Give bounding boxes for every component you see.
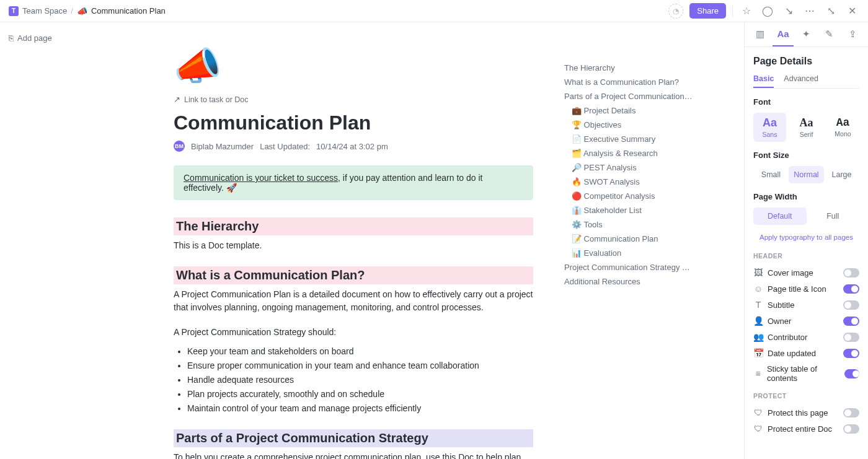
heading-parts[interactable]: Parts of a Project Communication Strateg… (174, 429, 533, 447)
toggle-switch[interactable] (843, 300, 859, 310)
toc-item[interactable]: Project Communication Strategy Tips! (564, 260, 694, 274)
close-icon[interactable]: ✕ (844, 4, 859, 19)
toc-item[interactable]: Parts of a Project Communication Str… (564, 89, 694, 103)
body-text[interactable]: To help you create a comprehensive proje… (174, 451, 533, 459)
list-item[interactable]: Maintain control of your team and manage… (187, 401, 533, 416)
star-icon[interactable]: ☆ (739, 4, 754, 19)
size-large-button[interactable]: Large (824, 166, 859, 183)
panel-tab-export-icon[interactable]: ⇪ (843, 23, 863, 46)
body-text[interactable]: A Project Communication Plan is a detail… (174, 288, 533, 315)
size-normal-button[interactable]: Normal (789, 166, 824, 183)
toggle-label: Date updated (768, 349, 816, 358)
toc-item[interactable]: 🔥 SWOT Analysis (564, 175, 694, 189)
panel-tab-magic-icon[interactable]: ✎ (819, 23, 839, 46)
size-small-button[interactable]: Small (753, 166, 789, 183)
bullet-list[interactable]: Keep your team and stakeholders on board… (174, 344, 533, 416)
width-full-button[interactable]: Full (807, 208, 860, 225)
toc-item[interactable]: 📄 Executive Summary (564, 132, 694, 146)
add-page-button[interactable]: ⎘ Add page (9, 33, 103, 43)
comment-icon[interactable]: ◯ (760, 4, 775, 19)
divider (732, 6, 733, 17)
toc-item[interactable]: What is a Communication Plan? (564, 75, 694, 89)
megaphone-icon: 📣 (77, 6, 87, 16)
toggle-switch[interactable] (844, 369, 859, 378)
toggle-switch[interactable] (843, 268, 859, 278)
toggle-switch[interactable] (843, 333, 859, 342)
page-width-label: Page Width (753, 192, 859, 201)
toggle-icon: 👤 (753, 316, 763, 326)
font-label: Font (753, 97, 859, 107)
heading-hierarchy[interactable]: The Hierarchy (174, 217, 533, 235)
toc-item[interactable]: 🏆 Objectives (564, 118, 694, 132)
apply-typography-link[interactable]: Apply typography to all pages (753, 234, 859, 241)
toggle-switch[interactable] (843, 349, 859, 358)
table-of-contents: The HierarchyWhat is a Communication Pla… (564, 61, 694, 289)
link-icon: ↗ (174, 95, 180, 104)
width-default-button[interactable]: Default (753, 208, 807, 225)
toggle-row: 🛡Protect entire Doc (753, 421, 859, 437)
breadcrumb-sep: / (71, 6, 73, 15)
toggle-switch[interactable] (843, 408, 859, 417)
callout-box[interactable]: Communication is your ticket to success,… (174, 165, 533, 200)
heading-what-is[interactable]: What is a Communication Plan? (174, 266, 533, 284)
more-icon[interactable]: ⋯ (802, 4, 817, 19)
toggle-icon: ☺ (753, 284, 763, 294)
toggle-label: Protect entire Doc (768, 424, 832, 434)
author-avatar[interactable]: BM (174, 141, 185, 152)
status-circle-icon[interactable]: ◔ (668, 4, 683, 19)
doc-body[interactable]: The Hierarchy This is a Doc template. Wh… (174, 217, 533, 459)
toc-item[interactable]: 📊 Evaluation (564, 246, 694, 260)
collapse-icon[interactable]: ⤡ (823, 4, 838, 19)
font-sans-button[interactable]: AaSans (753, 113, 786, 142)
toggle-switch[interactable] (843, 424, 859, 434)
toc-item[interactable]: 🔎 PEST Analysis (564, 160, 694, 175)
toggle-label: Cover image (768, 268, 813, 278)
toc-item[interactable]: 👔 Stakeholder List (564, 203, 694, 217)
toc-item[interactable]: 🔴 Competitor Analysis (564, 189, 694, 203)
add-page-icon: ⎘ (9, 33, 14, 43)
toggle-icon: 📅 (753, 348, 763, 358)
toggle-icon: ≡ (753, 369, 763, 378)
list-item[interactable]: Plan projects accurately, smoothly and o… (187, 387, 533, 401)
space-badge-icon: T (9, 6, 19, 16)
list-item[interactable]: Ensure proper communication in your team… (187, 359, 533, 373)
toggle-row: 🖼Cover image (753, 264, 859, 281)
tab-advanced[interactable]: Advanced (784, 74, 818, 88)
font-serif-button[interactable]: AaSerif (790, 113, 823, 142)
body-text[interactable]: A Project Communication Strategy should: (174, 326, 533, 339)
toggle-icon: 🖼 (753, 268, 763, 278)
list-item[interactable]: Keep your team and stakeholders on board (187, 344, 533, 359)
header-group-label: Header (753, 252, 859, 260)
font-mono-button[interactable]: AaMono (826, 113, 859, 142)
toc-item[interactable]: 📝 Communication Plan (564, 232, 694, 246)
list-item[interactable]: Handle adequate resources (187, 373, 533, 387)
breadcrumb-doc[interactable]: Communication Plan (91, 6, 166, 15)
tab-basic[interactable]: Basic (753, 74, 774, 88)
toc-item[interactable]: The Hierarchy (564, 61, 694, 75)
share-button[interactable]: Share (689, 3, 726, 19)
toggle-icon: T (753, 300, 763, 310)
toggle-icon: 🛡 (753, 408, 763, 417)
breadcrumb-space[interactable]: Team Space (22, 6, 67, 15)
toggle-row: ☺Page title & Icon (753, 281, 859, 297)
font-size-label: Font Size (753, 151, 859, 160)
download-icon[interactable]: ↘ (781, 4, 796, 19)
toggle-label: Owner (768, 317, 791, 326)
body-text[interactable]: This is a Doc template. (174, 239, 533, 253)
toggle-row: ≡Sticky table of contents (753, 361, 859, 386)
toggle-row: 🛡Protect this page (753, 404, 859, 421)
toggle-label: Contributor (768, 333, 807, 342)
toc-item[interactable]: 🗂️ Analysis & Research (564, 146, 694, 160)
toggle-switch[interactable] (843, 317, 859, 326)
author-name[interactable]: Biplab Mazumder (191, 142, 254, 151)
toggle-switch[interactable] (843, 284, 859, 294)
toggle-row: 👥Contributor (753, 329, 859, 345)
toc-item[interactable]: Additional Resources (564, 274, 694, 289)
toc-item[interactable]: 💼 Project Details (564, 103, 694, 118)
panel-tab-typography[interactable]: Aa (773, 23, 793, 46)
panel-tab-ai-icon[interactable]: ✦ (796, 23, 817, 46)
panel-title: Page Details (753, 56, 859, 67)
updated-label: Last Updated: (260, 142, 310, 151)
toc-item[interactable]: ⚙️ Tools (564, 217, 694, 232)
panel-tab-layout-icon[interactable]: ▥ (750, 23, 770, 46)
